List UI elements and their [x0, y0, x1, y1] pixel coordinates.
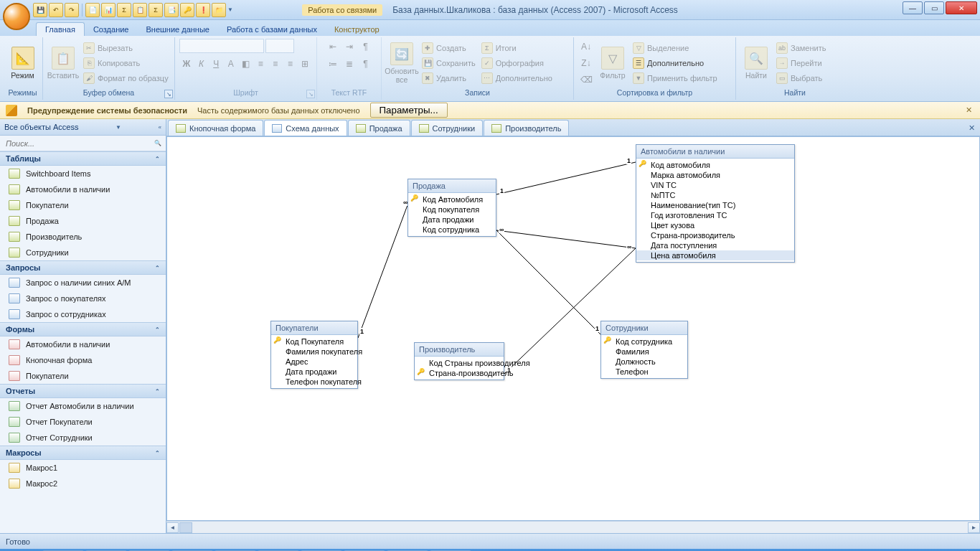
goto-button[interactable]: →Перейти — [775, 56, 827, 70]
cut-button[interactable]: ✂Вырезать — [82, 41, 170, 55]
replace-button[interactable]: abЗаменить — [775, 41, 827, 55]
table-field[interactable]: Фамилия — [601, 347, 687, 357]
table-title[interactable]: Производитель — [415, 343, 504, 357]
close-button[interactable]: ✕ — [946, 1, 977, 14]
table-field[interactable]: Код сотрудника — [408, 225, 496, 235]
find-button[interactable]: 🔍Найти — [740, 45, 772, 81]
nav-item[interactable]: Отчет Покупатели — [0, 414, 166, 430]
font-family-combo[interactable] — [179, 39, 264, 53]
table-title[interactable]: Продажа — [408, 179, 496, 193]
nav-item[interactable]: Производитель — [0, 229, 166, 245]
doc-tab-sales[interactable]: Продажа — [348, 120, 410, 136]
nav-search-input[interactable] — [4, 138, 154, 149]
clipboard-launcher[interactable]: ↘ — [164, 90, 173, 98]
nav-item[interactable]: Switchboard Items — [0, 166, 166, 182]
toggle-filter-button[interactable]: ▼Применить фильтр — [631, 71, 719, 85]
sort-desc-button[interactable]: Z↓ — [578, 55, 594, 71]
nav-item[interactable]: Автомобили в наличии — [0, 336, 166, 352]
table-field[interactable]: Страна-производитель — [415, 368, 504, 378]
advanced-filter-button[interactable]: ☰Дополнительно — [631, 56, 719, 70]
nav-group-qry[interactable]: Запросы⌃ — [0, 260, 166, 275]
table-title[interactable]: Автомобили в наличии — [636, 145, 794, 159]
save-record-button[interactable]: 💾Сохранить — [420, 56, 477, 70]
ribbon-tab-external[interactable]: Внешние данные — [138, 23, 218, 36]
qat-btn-10[interactable]: 🔑 — [180, 3, 194, 17]
table-field[interactable]: Код Покупателя — [271, 336, 357, 347]
security-options-button[interactable]: Параметры... — [370, 103, 448, 118]
nav-group-rpt[interactable]: Отчеты⌃ — [0, 384, 166, 398]
table-title[interactable]: Сотрудники — [601, 321, 687, 335]
table-field[interactable]: Год изготовления ТС — [636, 210, 794, 220]
scroll-right-button[interactable]: ► — [968, 522, 980, 533]
table-field[interactable]: Дата продажи — [271, 367, 357, 377]
table-field[interactable]: VIN TC — [636, 180, 794, 190]
font-launcher[interactable]: ↘ — [306, 90, 315, 98]
align-left-button[interactable]: ≡ — [253, 56, 268, 72]
qat-more-icon[interactable]: ▼ — [227, 6, 233, 13]
qat-btn-8[interactable]: Σ — [149, 3, 163, 17]
security-close-button[interactable]: ✕ — [963, 105, 974, 116]
horizontal-scrollbar[interactable]: ◄ ► — [166, 521, 980, 533]
underline-button[interactable]: Ч — [209, 56, 223, 72]
sort-asc-button[interactable]: A↓ — [578, 39, 594, 55]
collapse-icon[interactable]: « — [159, 124, 161, 131]
scroll-thumb[interactable] — [179, 522, 192, 533]
qat-btn-6[interactable]: Σ — [117, 3, 131, 17]
nav-item[interactable]: Отчет Автомобили в наличии — [0, 398, 166, 414]
table-field[interactable]: Телефон покупателя — [271, 377, 357, 387]
filter-button[interactable]: ▽Фильтр — [597, 45, 628, 81]
table-box-sales[interactable]: ПродажаКод АвтомобиляКод покупателяДата … — [407, 179, 496, 237]
fill-color-button[interactable]: ◧ — [239, 56, 253, 72]
qat-save-icon[interactable]: 💾 — [33, 3, 47, 17]
doc-tab-relationships[interactable]: Схема данных — [264, 120, 347, 136]
nav-item[interactable]: Макрос1 — [0, 460, 166, 476]
nav-item[interactable]: Продажа — [0, 213, 166, 229]
align-center-button[interactable]: ≡ — [268, 56, 283, 72]
indent-inc-button[interactable]: ⇥ — [341, 39, 357, 55]
gridlines-button[interactable]: ⊞ — [298, 56, 312, 72]
table-field[interactable]: Марка автомобиля — [636, 170, 794, 180]
paste-button[interactable]: 📋Вставить — [47, 45, 79, 81]
relationships-canvas[interactable]: 1 1 ∞ ∞ 1 ∞ 1 1 ПродажаКод АвтомобиляКод… — [166, 136, 980, 521]
table-box-cars[interactable]: Автомобили в наличииКод автомобиляМарка … — [636, 144, 795, 263]
nav-item[interactable]: Сотрудники — [0, 245, 166, 260]
format-painter-button[interactable]: 🖌Формат по образцу — [82, 71, 170, 85]
table-field[interactable]: Дата продажи — [408, 215, 496, 225]
italic-button[interactable]: К — [194, 56, 209, 72]
doc-tab-manufacturer[interactable]: Производитель — [484, 120, 569, 136]
doc-close-button[interactable]: ✕ — [966, 122, 977, 133]
qat-btn-4[interactable]: 📄 — [85, 3, 100, 17]
numbering-button[interactable]: ≣ — [341, 56, 357, 72]
nav-group-mac[interactable]: Макросы⌃ — [0, 446, 166, 460]
font-color-button[interactable]: A — [224, 56, 238, 72]
nav-item[interactable]: Макрос2 — [0, 476, 166, 491]
table-field[interactable]: Код Автомобиля — [408, 194, 496, 204]
qat-btn-7[interactable]: 📋 — [133, 3, 147, 17]
ribbon-tab-design[interactable]: Конструктор — [326, 23, 388, 36]
totals-button[interactable]: ΣИтоги — [480, 41, 554, 55]
table-field[interactable]: Фамилия покупателя — [271, 347, 357, 357]
table-field[interactable]: Цвет кузова — [636, 220, 794, 230]
table-field[interactable]: Цена автомобиля — [636, 250, 794, 260]
doc-tab-employees[interactable]: Сотрудники — [411, 120, 484, 136]
nav-item[interactable]: Запрос о сотрудниках — [0, 306, 166, 322]
table-box-manufacturer[interactable]: ПроизводительКод Страны производителяСтр… — [414, 342, 504, 380]
table-field[interactable]: Код покупателя — [408, 204, 496, 215]
nav-group-frm[interactable]: Формы⌃ — [0, 322, 166, 336]
delete-record-button[interactable]: ✖Удалить — [420, 71, 477, 85]
qat-btn-12[interactable]: 📁 — [212, 3, 226, 17]
table-box-employees[interactable]: СотрудникиКод сотрудникаФамилияДолжность… — [600, 321, 688, 379]
table-box-buyers[interactable]: ПокупателиКод ПокупателяФамилия покупате… — [270, 321, 358, 389]
table-field[interactable]: Код автомобиля — [636, 160, 794, 170]
maximize-button[interactable]: ▭ — [924, 1, 944, 14]
qat-redo-icon[interactable]: ↷ — [65, 3, 79, 17]
table-field[interactable]: Адрес — [271, 357, 357, 367]
refresh-button[interactable]: 🔄Обновить все — [386, 41, 418, 85]
table-field[interactable]: Наименование(тип ТС) — [636, 200, 794, 210]
qat-undo-icon[interactable]: ↶ — [49, 3, 63, 17]
ribbon-tab-create[interactable]: Создание — [85, 23, 138, 36]
qat-btn-5[interactable]: 📊 — [101, 3, 116, 17]
ribbon-tab-home[interactable]: Главная — [36, 22, 85, 36]
table-field[interactable]: Дата поступления — [636, 240, 794, 250]
nav-item[interactable]: Кнопочная форма — [0, 352, 166, 368]
